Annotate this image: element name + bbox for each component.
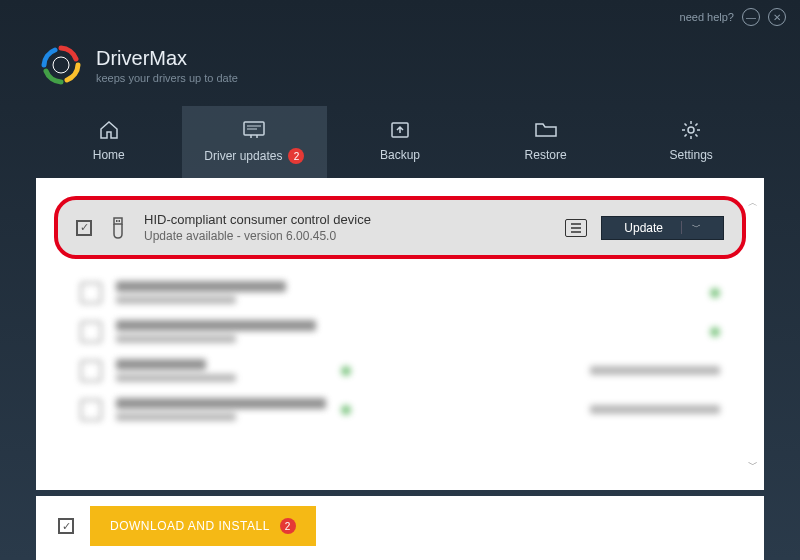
update-button[interactable]: Update﹀: [601, 216, 724, 240]
nav-restore-label: Restore: [525, 148, 567, 162]
download-badge: 2: [280, 518, 296, 534]
driver-status: Update available - version 6.00.45.0: [144, 229, 551, 243]
nav-updates-label: Driver updates: [204, 149, 282, 163]
updates-badge: 2: [288, 148, 304, 164]
driver-checkbox[interactable]: ✓: [76, 220, 92, 236]
app-subtitle: keeps your drivers up to date: [96, 72, 238, 84]
nav-settings[interactable]: Settings: [618, 106, 764, 178]
driver-name: HID-compliant consumer control device: [144, 212, 551, 227]
gear-icon: [680, 120, 702, 140]
chevron-down-icon[interactable]: ﹀: [681, 221, 701, 234]
minimize-button[interactable]: —: [742, 8, 760, 26]
nav-driver-updates[interactable]: Driver updates2: [182, 106, 328, 178]
home-icon: [98, 120, 120, 140]
nav-settings-label: Settings: [669, 148, 712, 162]
svg-point-7: [688, 127, 694, 133]
nav-restore[interactable]: Restore: [473, 106, 619, 178]
app-title: DriverMax: [96, 47, 238, 70]
app-logo: [40, 44, 82, 86]
svg-rect-9: [116, 220, 118, 222]
nav-backup-label: Backup: [380, 148, 420, 162]
nav-backup[interactable]: Backup: [327, 106, 473, 178]
close-button[interactable]: ✕: [768, 8, 786, 26]
monitor-icon: [243, 120, 265, 140]
download-install-button[interactable]: DOWNLOAD AND INSTALL 2: [90, 506, 316, 546]
scroll-down-button[interactable]: ﹀: [746, 458, 760, 472]
usb-icon: [106, 216, 130, 240]
svg-rect-10: [119, 220, 121, 222]
scroll-up-button[interactable]: ︿: [746, 196, 760, 210]
help-link[interactable]: need help?: [680, 11, 734, 23]
nav-home[interactable]: Home: [36, 106, 182, 178]
driver-row-highlighted: ✓ HID-compliant consumer control device …: [54, 196, 746, 259]
details-icon[interactable]: [565, 219, 587, 237]
backup-icon: [389, 120, 411, 140]
svg-point-0: [53, 57, 69, 73]
blurred-driver-list: [36, 273, 764, 429]
svg-rect-8: [114, 218, 122, 224]
folder-icon: [535, 120, 557, 140]
select-all-checkbox[interactable]: ✓: [58, 518, 74, 534]
nav-home-label: Home: [93, 148, 125, 162]
driver-list-panel: ✓ HID-compliant consumer control device …: [36, 178, 764, 490]
